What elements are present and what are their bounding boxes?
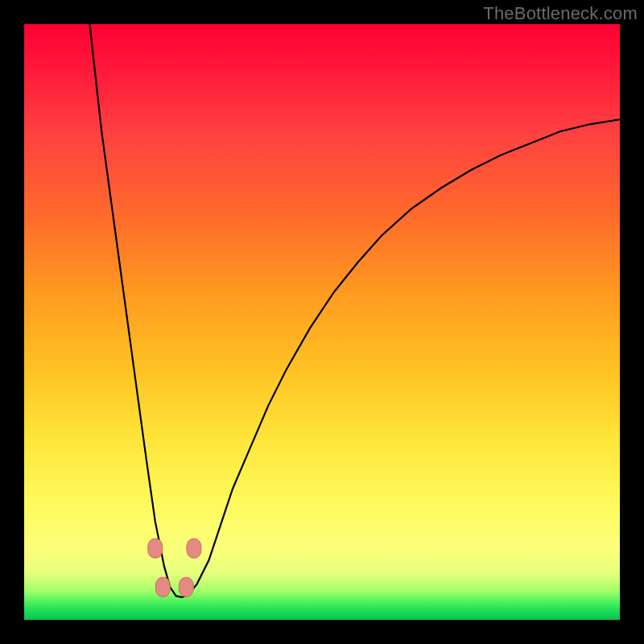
watermark-text: TheBottleneck.com	[483, 3, 638, 24]
chart-frame: TheBottleneck.com	[0, 0, 644, 644]
curve-marker	[179, 577, 193, 597]
curve-marker	[155, 577, 170, 597]
curve-marker	[148, 539, 163, 558]
curve-marker	[187, 539, 201, 558]
curve-line	[89, 24, 620, 597]
bottleneck-curve	[24, 24, 620, 620]
curve-markers	[148, 539, 201, 597]
plot-area	[24, 24, 620, 620]
